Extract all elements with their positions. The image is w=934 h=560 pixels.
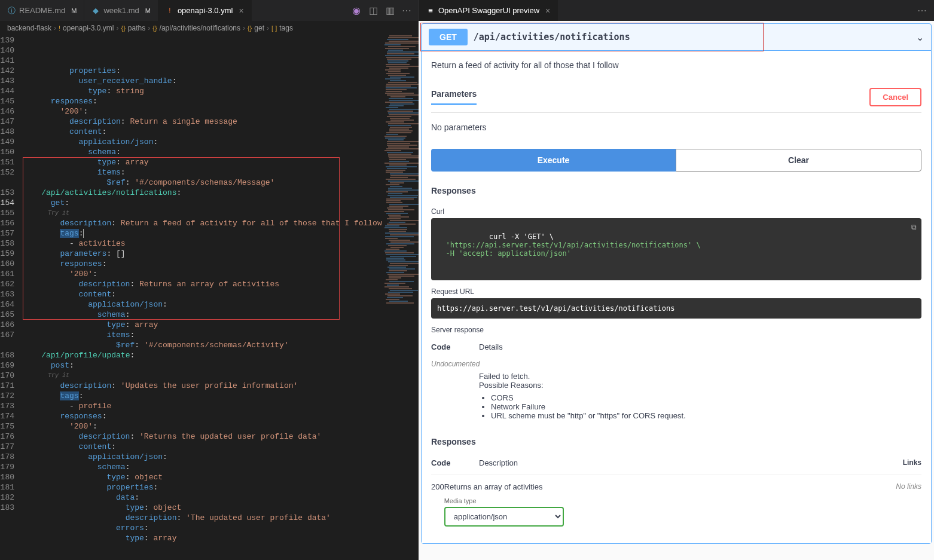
code-line-174[interactable]: content:	[23, 442, 382, 452]
tab-swagger-preview[interactable]: ≡ OpenAPI SwaggerUI preview ×	[419, 0, 558, 21]
code-line-158[interactable]: '200':	[23, 269, 382, 279]
code-line-155[interactable]: - activities	[23, 238, 382, 249]
undocumented-label: Undocumented	[431, 356, 921, 372]
error-reason-item: URL scheme must be "http" or "https" for…	[491, 411, 921, 420]
parameters-heading: Parameters	[431, 89, 477, 105]
code-line-154[interactable]: tags:	[23, 228, 382, 238]
code-editor[interactable]: 1391401411421431441451461471481491501511…	[0, 35, 419, 560]
code-line-165[interactable]: $ref: '#/components/schemas/Activity'	[23, 340, 382, 350]
close-icon[interactable]: ×	[239, 6, 243, 16]
code-line-166[interactable]: /api/profile/update:	[23, 350, 382, 360]
cancel-button[interactable]: Cancel	[869, 88, 921, 106]
api-operation-block: GET /api/activities/notifications ⌄ Retu…	[421, 23, 932, 544]
code-line-139[interactable]: properties:	[23, 66, 382, 76]
chevron-down-icon[interactable]: ⌄	[916, 32, 924, 43]
preview-tab-bar: ≡ OpenAPI SwaggerUI preview × ⋯	[419, 0, 934, 21]
no-links-text: No links	[896, 482, 921, 491]
file-icon: !	[166, 7, 174, 15]
more-icon[interactable]: ⋯	[916, 5, 928, 17]
editor-tab-bar: ⓘREADME.mdM◆week1.mdM!openapi-3.0.yml× ◉…	[0, 0, 419, 21]
modified-indicator: M	[145, 7, 151, 14]
responses-heading: Responses	[431, 179, 921, 200]
code-line-167[interactable]: post:	[23, 360, 382, 371]
file-icon: ⓘ	[7, 7, 16, 15]
code-line-145[interactable]: content:	[23, 127, 382, 137]
close-icon[interactable]: ×	[545, 6, 550, 16]
code-line-147[interactable]: schema:	[23, 147, 382, 157]
request-url-label: Request URL	[431, 287, 921, 296]
breadcrumb-item[interactable]: {}/api/activities/notifications	[152, 24, 240, 32]
description-column-header: Description	[479, 458, 518, 467]
code-column-header: Code	[431, 458, 479, 467]
code-line-160[interactable]: content:	[23, 289, 382, 299]
more-icon[interactable]: ⋯	[401, 5, 413, 17]
code-line-144[interactable]: description: Return a single message	[23, 117, 382, 127]
breadcrumb-item[interactable]: {}get	[248, 24, 264, 32]
code-line-159[interactable]: description: Returns an array of activit…	[23, 279, 382, 289]
tab-openapi-3-0-yml[interactable]: !openapi-3.0.yml×	[158, 0, 252, 21]
responses-heading-2: Responses	[431, 430, 921, 451]
code-line-178[interactable]: properties:	[23, 482, 382, 492]
code-line-157[interactable]: responses:	[23, 259, 382, 269]
media-type-select[interactable]: application/json	[444, 507, 564, 527]
code-line-150[interactable]: $ref: '#/components/schemas/Message'	[23, 178, 382, 188]
tab-label: README.md	[19, 6, 65, 15]
error-reason-item: Network Failure	[491, 402, 921, 411]
code-line-182[interactable]: errors:	[23, 523, 382, 533]
code-line-162[interactable]: schema:	[23, 310, 382, 320]
code-line-170[interactable]: - profile	[23, 401, 382, 411]
code-line-175[interactable]: application/json:	[23, 452, 382, 462]
error-reason-item: CORS	[491, 393, 921, 402]
code-line-161[interactable]: application/json:	[23, 299, 382, 310]
code-line-142[interactable]: responses:	[23, 96, 382, 106]
breadcrumb-item[interactable]: backend-flask	[7, 24, 51, 32]
no-parameters-text: No parameters	[431, 113, 921, 142]
tab-week1-md[interactable]: ◆week1.mdM	[84, 0, 158, 21]
code-line-156[interactable]: parameters: []	[23, 249, 382, 259]
code-line-171[interactable]: responses:	[23, 411, 382, 421]
minimap[interactable]	[382, 35, 414, 560]
code-line-141[interactable]: type: string	[23, 86, 382, 96]
code-line-169[interactable]: tags:	[23, 391, 382, 401]
code-line-164[interactable]: items:	[23, 330, 382, 340]
operation-description: Return a feed of activity for all of tho…	[431, 60, 921, 70]
breadcrumb-item[interactable]: !openapi-3.0.yml	[59, 24, 114, 32]
tab-label: week1.md	[103, 6, 139, 15]
code-line-176[interactable]: schema:	[23, 462, 382, 472]
tab-label: OpenAPI SwaggerUI preview	[438, 6, 539, 15]
code-line-172[interactable]: '200':	[23, 421, 382, 432]
code-line-177[interactable]: type: object	[23, 472, 382, 482]
execute-button[interactable]: Execute	[431, 149, 676, 172]
code-line-181[interactable]: description: 'The updated user profile d…	[23, 513, 382, 523]
operation-summary[interactable]: GET /api/activities/notifications ⌄	[422, 24, 931, 50]
swagger-preview: GET /api/activities/notifications ⌄ Retu…	[419, 21, 934, 560]
code-line-152[interactable]: get:	[23, 198, 382, 208]
layout-icon[interactable]: ▥	[384, 5, 396, 17]
split-icon[interactable]: ◫	[367, 5, 379, 17]
code-line-180[interactable]: type: object	[23, 503, 382, 513]
clear-button[interactable]: Clear	[676, 149, 921, 172]
request-url-block: https://api.server.test/v1/api/activitie…	[431, 298, 921, 319]
code-line-163[interactable]: type: array	[23, 320, 382, 330]
compass-icon[interactable]: ◉	[350, 5, 362, 17]
code-line-173[interactable]: description: 'Returns the updated user p…	[23, 432, 382, 442]
code-line-140[interactable]: user_receiver_handle:	[23, 76, 382, 86]
breadcrumb-item[interactable]: {}paths	[121, 24, 146, 32]
code-line-146[interactable]: application/json:	[23, 137, 382, 147]
tab-README-md[interactable]: ⓘREADME.mdM	[0, 0, 84, 21]
code-column-header: Code	[431, 342, 479, 351]
breadcrumb-item[interactable]: [ ]tags	[271, 24, 293, 32]
code-line-151[interactable]: /api/activities/notifications:	[23, 188, 382, 198]
breadcrumb[interactable]: backend-flask›!openapi-3.0.yml›{}paths›{…	[0, 21, 419, 35]
code-line-179[interactable]: data:	[23, 492, 382, 503]
code-line-153[interactable]: description: Return a feed of activity f…	[23, 218, 382, 228]
code-line-143[interactable]: '200':	[23, 106, 382, 117]
code-line-168[interactable]: description: 'Updates the user profile i…	[23, 381, 382, 391]
code-line-148[interactable]: type: array	[23, 157, 382, 167]
code-line-149[interactable]: items:	[23, 167, 382, 178]
curl-code-block: curl -X 'GET' \ 'https://api.server.test…	[431, 218, 921, 280]
copy-icon[interactable]: ⧉	[911, 223, 917, 231]
curl-label: Curl	[431, 207, 921, 216]
server-response-label: Server response	[431, 326, 921, 334]
code-line-183[interactable]: type: array	[23, 533, 382, 543]
